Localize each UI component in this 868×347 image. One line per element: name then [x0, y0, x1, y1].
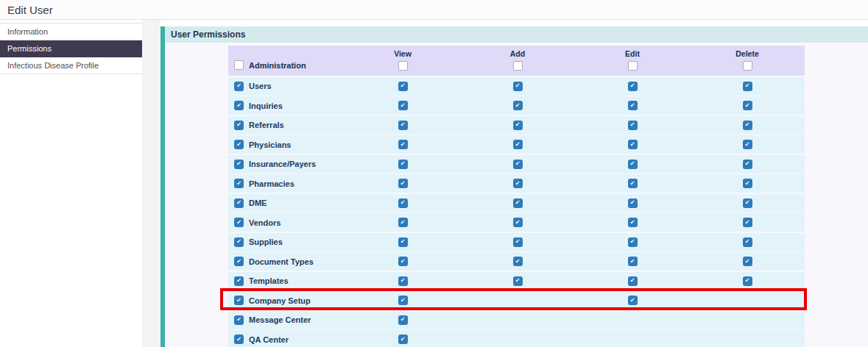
- view-checkbox[interactable]: [398, 179, 408, 188]
- edit-checkbox[interactable]: [628, 218, 638, 227]
- administration-checkbox[interactable]: [234, 60, 244, 70]
- add-checkbox[interactable]: [513, 179, 523, 188]
- row-checkbox[interactable]: [234, 296, 244, 305]
- cell-delete: [690, 155, 805, 174]
- view-checkbox[interactable]: [398, 315, 408, 325]
- permissions-rows: Users Inquiries Referrals Physicians: [228, 77, 805, 347]
- edit-checkbox[interactable]: [628, 276, 638, 286]
- cell-edit: [575, 330, 690, 347]
- row-checkbox[interactable]: [234, 198, 244, 208]
- row-checkbox[interactable]: [234, 218, 244, 227]
- edit-all-checkbox[interactable]: [628, 61, 638, 71]
- row-label: Physicians: [249, 140, 291, 149]
- view-checkbox[interactable]: [398, 218, 408, 227]
- delete-checkbox[interactable]: [743, 179, 752, 188]
- table-row: QA Center: [228, 330, 805, 347]
- edit-checkbox[interactable]: [628, 121, 638, 130]
- cell-delete: [690, 116, 805, 135]
- row-checkbox[interactable]: [234, 160, 244, 169]
- edit-checkbox[interactable]: [628, 296, 638, 305]
- view-checkbox[interactable]: [398, 296, 408, 305]
- row-label-cell: Physicians: [228, 135, 345, 154]
- add-checkbox[interactable]: [513, 82, 523, 91]
- add-checkbox[interactable]: [513, 160, 523, 169]
- add-checkbox[interactable]: [513, 257, 523, 266]
- row-checkbox[interactable]: [234, 315, 244, 325]
- delete-checkbox[interactable]: [743, 160, 752, 169]
- add-all-checkbox[interactable]: [513, 61, 523, 71]
- add-checkbox[interactable]: [513, 198, 523, 208]
- row-checkbox[interactable]: [234, 179, 244, 188]
- view-checkbox[interactable]: [398, 121, 408, 130]
- row-checkbox[interactable]: [234, 82, 244, 91]
- add-checkbox[interactable]: [513, 101, 523, 110]
- view-checkbox[interactable]: [398, 82, 408, 91]
- row-label: Pharmacies: [249, 179, 294, 188]
- view-checkbox[interactable]: [398, 160, 408, 169]
- delete-checkbox[interactable]: [743, 121, 752, 130]
- row-checkbox[interactable]: [234, 101, 244, 110]
- delete-checkbox[interactable]: [743, 101, 752, 110]
- delete-checkbox[interactable]: [743, 218, 752, 227]
- row-label-cell: Supplies: [228, 233, 345, 251]
- row-label: Users: [249, 82, 272, 90]
- row-checkbox[interactable]: [234, 276, 244, 286]
- delete-checkbox[interactable]: [743, 82, 752, 91]
- cell-edit: [575, 135, 690, 154]
- view-checkbox[interactable]: [398, 237, 408, 247]
- sidebar-item-infectious-disease-profile[interactable]: Infectious Disease Profile: [0, 57, 142, 74]
- sidebar-item-information[interactable]: Information: [0, 24, 142, 40]
- cell-delete: [690, 213, 805, 232]
- column-label-delete: Delete: [735, 49, 759, 58]
- delete-all-checkbox[interactable]: [743, 61, 752, 71]
- row-checkbox[interactable]: [234, 335, 244, 344]
- cell-delete: [690, 96, 805, 115]
- delete-checkbox[interactable]: [743, 198, 752, 208]
- view-checkbox[interactable]: [398, 101, 408, 110]
- view-checkbox[interactable]: [398, 198, 408, 208]
- edit-checkbox[interactable]: [628, 140, 638, 149]
- table-header-row: Administration View Add Edit Delete: [228, 46, 805, 76]
- row-checkbox[interactable]: [234, 237, 244, 247]
- view-checkbox[interactable]: [398, 335, 408, 344]
- view-checkbox[interactable]: [398, 140, 408, 149]
- sidebar-item-permissions[interactable]: Permissions: [0, 40, 142, 57]
- add-checkbox[interactable]: [513, 140, 523, 149]
- delete-checkbox[interactable]: [743, 237, 752, 247]
- cell-add: [460, 77, 575, 96]
- edit-checkbox[interactable]: [628, 101, 638, 110]
- delete-checkbox[interactable]: [743, 140, 752, 149]
- edit-checkbox[interactable]: [628, 179, 638, 188]
- view-all-checkbox[interactable]: [398, 61, 408, 71]
- cell-edit: [575, 233, 690, 251]
- table-row: Supplies: [228, 233, 805, 251]
- row-checkbox[interactable]: [234, 140, 244, 149]
- table-row: Inquiries: [228, 96, 805, 115]
- row-checkbox[interactable]: [234, 121, 244, 130]
- cell-view: [345, 272, 460, 290]
- add-checkbox[interactable]: [513, 276, 523, 286]
- row-label: Document Types: [249, 257, 314, 266]
- edit-checkbox[interactable]: [628, 237, 638, 247]
- cell-view: [345, 96, 460, 115]
- delete-checkbox[interactable]: [743, 257, 752, 266]
- cell-add: [460, 252, 575, 271]
- view-checkbox[interactable]: [398, 276, 408, 286]
- view-checkbox[interactable]: [398, 257, 408, 266]
- edit-checkbox[interactable]: [628, 198, 638, 208]
- table-row: Message Center: [228, 311, 805, 329]
- add-checkbox[interactable]: [513, 237, 523, 247]
- row-label: Supplies: [249, 237, 283, 246]
- delete-checkbox[interactable]: [743, 276, 752, 286]
- row-checkbox[interactable]: [234, 257, 244, 266]
- edit-checkbox[interactable]: [628, 257, 638, 266]
- cell-delete: [690, 291, 805, 310]
- add-checkbox[interactable]: [513, 218, 523, 227]
- cell-add: [460, 174, 575, 193]
- add-checkbox[interactable]: [513, 121, 523, 130]
- cell-delete: [690, 252, 805, 271]
- edit-checkbox[interactable]: [628, 160, 638, 169]
- cell-edit: [575, 174, 690, 193]
- edit-checkbox[interactable]: [628, 82, 638, 91]
- column-label-view: View: [394, 49, 412, 58]
